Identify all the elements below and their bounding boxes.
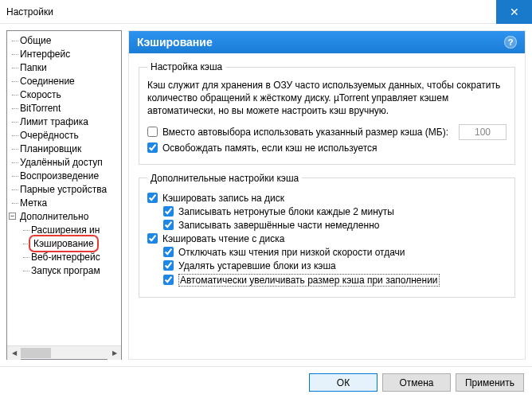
free-memory-checkbox[interactable] xyxy=(147,142,158,153)
auto-increase-cache-label: Автоматически увеличивать размер кэша пр… xyxy=(178,274,440,287)
group-legend: Настройка кэша xyxy=(147,61,225,72)
advanced-cache-group: Дополнительные настройки кэша Кэшировать… xyxy=(139,173,515,298)
write-finished-label: Записывать завершённые части немедленно xyxy=(178,220,379,231)
disable-read-low-upload-checkbox[interactable] xyxy=(163,247,174,257)
write-untouched-checkbox[interactable] xyxy=(163,206,174,217)
group-legend: Дополнительные настройки кэша xyxy=(147,173,302,184)
write-untouched-label: Записывать нетронутые блоки каждые 2 мин… xyxy=(178,206,394,217)
content-panel: Кэширование ? Настройка кэша Кэш служит … xyxy=(128,30,526,360)
horizontal-scrollbar[interactable]: ◀ ▶ xyxy=(7,345,121,359)
remove-old-blocks-label: Удалять устаревшие блоки из кэша xyxy=(178,260,336,271)
tree-item[interactable]: Интерфейс xyxy=(7,48,121,61)
cache-writes-checkbox[interactable] xyxy=(147,193,158,203)
scroll-right-icon[interactable]: ▶ xyxy=(108,346,121,360)
tree-item[interactable]: BitTorrent xyxy=(7,102,121,115)
override-cache-size-checkbox[interactable] xyxy=(147,127,158,137)
tree-item[interactable]: Лимит трафика xyxy=(7,115,121,129)
tree-item[interactable]: Удалённый доступ xyxy=(7,156,121,170)
tree-item[interactable]: Общие xyxy=(7,34,121,48)
scroll-left-icon[interactable]: ◀ xyxy=(7,346,21,360)
cache-writes-label: Кэшировать запись на диск xyxy=(162,193,284,204)
tree-item[interactable]: Соединение xyxy=(7,75,121,88)
window-title: Настройки xyxy=(6,6,496,18)
tree-subitem[interactable]: Веб-интерфейс xyxy=(7,251,121,264)
close-button[interactable]: ✕ xyxy=(496,0,532,24)
tree-item[interactable]: Папки xyxy=(7,61,121,75)
tree-item[interactable]: Скорость xyxy=(7,88,121,102)
scroll-thumb[interactable] xyxy=(21,348,51,358)
cache-size-input[interactable] xyxy=(459,124,507,140)
ok-button[interactable]: ОК xyxy=(309,373,377,392)
free-memory-label: Освобождать память, если кэш не использу… xyxy=(162,142,377,154)
tree-item[interactable]: Воспроизведение xyxy=(7,170,121,183)
override-cache-size-label: Вместо автовыбора использовать указанный… xyxy=(162,127,448,138)
panel-title: Кэширование xyxy=(137,36,213,49)
cache-reads-label: Кэшировать чтение с диска xyxy=(162,233,284,244)
tree-item[interactable]: Очерёдность xyxy=(7,129,121,142)
remove-old-blocks-checkbox[interactable] xyxy=(163,260,174,271)
apply-button[interactable]: Применить xyxy=(456,373,524,392)
tree-item[interactable]: Метка xyxy=(7,197,121,210)
tree-item-advanced[interactable]: −Дополнительно xyxy=(7,210,121,224)
auto-increase-cache-checkbox[interactable] xyxy=(163,275,174,285)
disable-read-low-upload-label: Отключать кэш чтения при низкой скорости… xyxy=(178,247,405,258)
dialog-footer: ОК Отмена Применить xyxy=(0,366,532,398)
cancel-button[interactable]: Отмена xyxy=(382,373,451,392)
cache-description: Кэш служит для хранения в ОЗУ часто испо… xyxy=(147,79,507,118)
collapse-icon[interactable]: − xyxy=(9,213,16,220)
tree-subitem-caching[interactable]: Кэширование xyxy=(7,237,121,251)
panel-header: Кэширование ? xyxy=(129,31,525,53)
write-finished-checkbox[interactable] xyxy=(163,220,174,230)
tree-subitem[interactable]: Расширения ин xyxy=(7,224,121,237)
titlebar: Настройки ✕ xyxy=(0,0,532,24)
cache-reads-checkbox[interactable] xyxy=(147,233,158,244)
category-tree: Общие Интерфейс Папки Соединение Скорост… xyxy=(6,30,122,360)
tree-subitem[interactable]: Запуск програм xyxy=(7,264,121,278)
tree-item[interactable]: Парные устройства xyxy=(7,183,121,197)
help-icon[interactable]: ? xyxy=(504,36,517,49)
tree-item[interactable]: Планировщик xyxy=(7,142,121,156)
cache-settings-group: Настройка кэша Кэш служит для хранения в… xyxy=(139,61,515,165)
